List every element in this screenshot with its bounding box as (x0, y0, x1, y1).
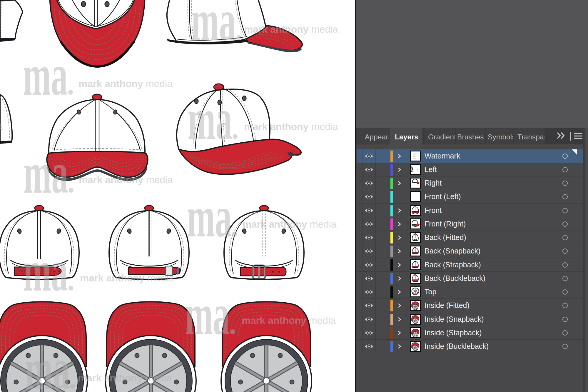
svg-text:ma: ma (23, 42, 68, 107)
svg-text:ma: ma (24, 140, 68, 205)
svg-text:mark anthony media: mark anthony media (244, 121, 338, 132)
svg-text:ma: ma (191, 0, 236, 53)
svg-text:mark anthony media: mark anthony media (80, 272, 174, 283)
svg-text:mark anthony media: mark anthony media (78, 78, 173, 89)
svg-text:mark anthony media: mark anthony media (79, 174, 173, 185)
svg-text:mark anthony media: mark anthony media (78, 372, 172, 383)
svg-text:e: e (0, 218, 1, 226)
svg-text:ma: ma (23, 238, 68, 303)
svg-text:mark anthony media: mark anthony media (242, 315, 336, 326)
svg-text:ma: ma (187, 184, 232, 249)
svg-text:a: a (0, 120, 3, 133)
svg-text:ma: ma (188, 86, 232, 151)
svg-text:ma: ma (185, 282, 230, 347)
svg-text:mark anthony media: mark anthony media (243, 218, 337, 230)
svg-text:mark anthony media: mark anthony media (244, 24, 338, 35)
svg-text:ma: ma (25, 336, 70, 392)
